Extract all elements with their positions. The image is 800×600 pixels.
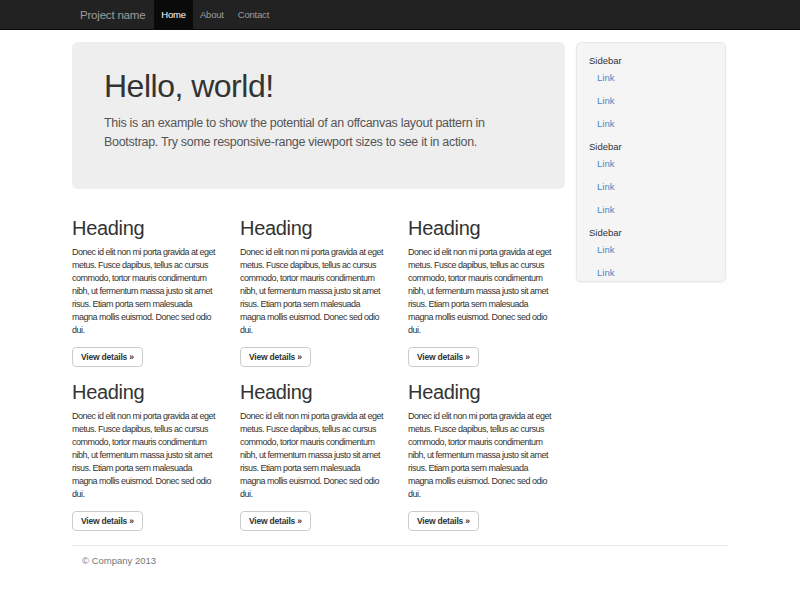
card-heading: Heading	[72, 381, 229, 404]
card-heading: Heading	[240, 217, 397, 240]
main-column: Hello, world! This is an example to show…	[72, 42, 576, 531]
sidebar-link[interactable]: Link	[597, 204, 715, 215]
jumbotron-text: This is an example to show the potential…	[104, 114, 533, 152]
content-card: Heading Donec id elit non mi porta gravi…	[72, 367, 240, 531]
view-details-button[interactable]: View details »	[240, 347, 311, 367]
card-body: Donec id elit non mi porta gravida at eg…	[72, 410, 229, 501]
jumbotron: Hello, world! This is an example to show…	[72, 42, 565, 189]
sidebar-heading: Sidebar	[589, 55, 715, 66]
navbar-container: Project name Home About Contact	[65, 0, 735, 29]
sidebar-link[interactable]: Link	[597, 267, 715, 278]
view-details-button[interactable]: View details »	[72, 347, 143, 367]
sidebar-heading: Sidebar	[589, 227, 715, 238]
nav-item-about[interactable]: About	[193, 0, 231, 30]
view-details-button[interactable]: View details »	[240, 511, 311, 531]
nav-item: About	[193, 0, 231, 29]
nav-item-contact[interactable]: Contact	[231, 0, 276, 30]
content-card: Heading Donec id elit non mi porta gravi…	[408, 367, 576, 531]
copyright-text: © Company 2013	[72, 555, 728, 566]
content-card: Heading Donec id elit non mi porta gravi…	[240, 205, 408, 367]
card-body: Donec id elit non mi porta gravida at eg…	[240, 246, 397, 337]
sidebar-link[interactable]: Link	[597, 118, 715, 129]
card-heading: Heading	[408, 217, 565, 240]
content-row-1: Heading Donec id elit non mi porta gravi…	[72, 205, 576, 367]
content-card: Heading Donec id elit non mi porta gravi…	[72, 205, 240, 367]
nav-item: Home	[154, 0, 193, 29]
card-body: Donec id elit non mi porta gravida at eg…	[72, 246, 229, 337]
card-body: Donec id elit non mi porta gravida at eg…	[408, 246, 565, 337]
card-body: Donec id elit non mi porta gravida at eg…	[240, 410, 397, 501]
sidebar: Sidebar Link Link Link Sidebar Link Link…	[576, 42, 726, 282]
nav-item-home[interactable]: Home	[154, 0, 193, 30]
card-heading: Heading	[240, 381, 397, 404]
footer: © Company 2013	[72, 545, 728, 566]
view-details-button[interactable]: View details »	[408, 511, 479, 531]
sidebar-link[interactable]: Link	[597, 95, 715, 106]
navbar-brand[interactable]: Project name	[65, 0, 154, 29]
jumbotron-title: Hello, world!	[104, 68, 533, 104]
content-row-2: Heading Donec id elit non mi porta gravi…	[72, 367, 576, 531]
navbar-nav: Home About Contact	[154, 0, 276, 29]
view-details-button[interactable]: View details »	[72, 511, 143, 531]
nav-item: Contact	[231, 0, 276, 29]
card-heading: Heading	[72, 217, 229, 240]
sidebar-link[interactable]: Link	[597, 181, 715, 192]
card-body: Donec id elit non mi porta gravida at eg…	[408, 410, 565, 501]
sidebar-link[interactable]: Link	[597, 72, 715, 83]
content-card: Heading Donec id elit non mi porta gravi…	[408, 205, 576, 367]
sidebar-link[interactable]: Link	[597, 158, 715, 169]
navbar: Project name Home About Contact	[0, 0, 800, 30]
sidebar-heading: Sidebar	[589, 141, 715, 152]
view-details-button[interactable]: View details »	[408, 347, 479, 367]
card-heading: Heading	[408, 381, 565, 404]
content-card: Heading Donec id elit non mi porta gravi…	[240, 367, 408, 531]
sidebar-link[interactable]: Link	[597, 244, 715, 255]
content-area: Hello, world! This is an example to show…	[72, 42, 728, 531]
page-container: Hello, world! This is an example to show…	[72, 42, 728, 566]
